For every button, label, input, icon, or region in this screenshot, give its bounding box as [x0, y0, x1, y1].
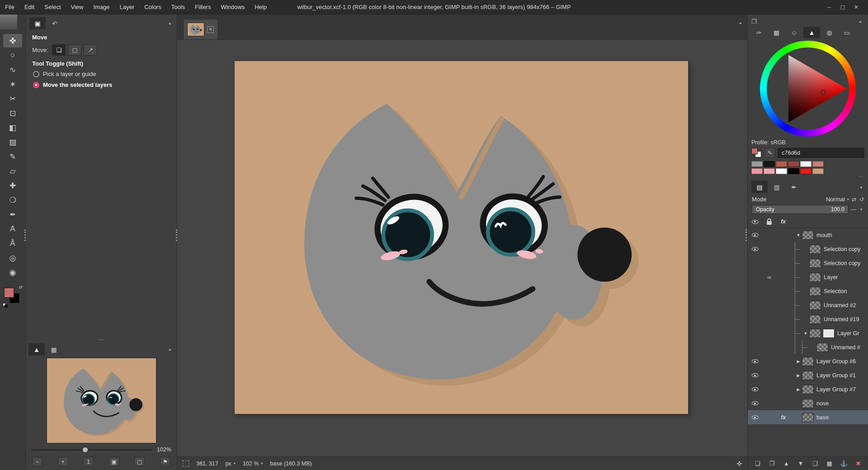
unit-dropdown[interactable]: px▾	[226, 461, 236, 467]
menu-tools[interactable]: Tools	[166, 0, 190, 14]
layer-row-mouth[interactable]: ▼mouth	[748, 228, 868, 242]
menu-windows[interactable]: Windows	[216, 0, 250, 14]
opacity-increase-icon[interactable]: +	[859, 206, 864, 213]
layer-row-unnamed-2[interactable]: Unnamed #2	[748, 298, 868, 312]
layer-visibility-toggle[interactable]	[752, 415, 759, 419]
image-tab[interactable]: ✕	[183, 19, 218, 39]
menu-filters[interactable]: Filters	[190, 0, 216, 14]
move-layer-button[interactable]: ❏	[52, 44, 66, 56]
mode-switch-icon[interactable]: ⇄	[852, 196, 856, 203]
layer-row-base[interactable]: fxbase	[748, 410, 868, 424]
tool-color-picker[interactable]: ◉	[3, 266, 22, 279]
paths-tab[interactable]: ✒	[786, 181, 802, 193]
layer-expander[interactable]: ▶	[795, 359, 802, 364]
layer-visibility-toggle[interactable]	[752, 233, 759, 237]
tool-move[interactable]: ✜	[3, 34, 22, 47]
tool-paintbrush[interactable]: ✎	[3, 150, 22, 163]
close-button[interactable]: ✕	[851, 4, 862, 10]
palette-swatch-1-5[interactable]	[812, 168, 824, 174]
tool-eraser[interactable]: ▱	[3, 164, 22, 178]
hsv-triangle[interactable]	[760, 41, 856, 137]
mini-fg-bg-swatch[interactable]	[751, 148, 762, 158]
palette-swatch-0-0[interactable]	[751, 161, 763, 167]
tool-text[interactable]: A	[3, 222, 22, 236]
duplicate-layer-button[interactable]: ❑	[809, 459, 821, 469]
panel-drag-handle[interactable]: ⋯	[26, 337, 177, 342]
panel-resize-grip[interactable]	[745, 229, 747, 241]
layer-visibility-toggle[interactable]	[752, 401, 759, 405]
quick-mask-toggle[interactable]	[183, 461, 189, 467]
layer-visibility-toggle[interactable]	[752, 373, 759, 377]
layer-row-unnamed[interactable]: Unnamed #	[748, 340, 868, 354]
panel-resize-grip[interactable]	[24, 229, 26, 241]
layer-visibility-toggle[interactable]	[752, 387, 759, 391]
undo-history-tab[interactable]: ↶	[47, 17, 63, 29]
tool-options-tab[interactable]: ▣	[29, 17, 46, 29]
tool-heal[interactable]: ✚	[3, 179, 22, 192]
layer-visibility-toggle[interactable]	[752, 359, 759, 363]
tool-paths[interactable]: ✒	[3, 208, 22, 221]
panel-drag-handle[interactable]: ⋯	[748, 174, 868, 179]
menu-file[interactable]: File	[0, 0, 19, 14]
lock-header-icon[interactable]	[767, 221, 772, 225]
tool-zoom[interactable]: ◎	[3, 251, 22, 265]
corner-menu-icon[interactable]: ◂	[856, 183, 865, 192]
layer-row-selection-copy[interactable]: Selection copy	[748, 242, 868, 256]
layer-expander[interactable]: ▶	[795, 387, 802, 392]
raise-layer-button[interactable]: ▲	[781, 459, 792, 469]
layer-visibility-toggle[interactable]	[752, 247, 759, 251]
tab-close-icon[interactable]: ✕	[207, 26, 214, 33]
zoom-dropdown[interactable]: 102 %▾	[243, 461, 263, 467]
patterns-tab[interactable]: ▦	[768, 27, 785, 38]
layer-row-selection-copy[interactable]: Selection copy	[748, 256, 868, 270]
opacity-decrease-icon[interactable]: —	[851, 206, 856, 213]
palette-swatch-0-2[interactable]	[776, 161, 787, 167]
grid-tab[interactable]: ▦	[46, 343, 62, 356]
tool-bucket-fill[interactable]: ◧	[3, 121, 22, 134]
tool-crop[interactable]: ✂	[3, 92, 22, 105]
move-path-button[interactable]: ↗	[84, 44, 97, 56]
layer-row-layer[interactable]: ∞Layer	[748, 270, 868, 284]
menu-image[interactable]: Image	[88, 0, 114, 14]
palette-swatch-1-4[interactable]	[800, 168, 811, 174]
zoom-slider-handle[interactable]	[82, 447, 88, 453]
palette-swatch-0-5[interactable]	[812, 161, 824, 167]
layer-expander[interactable]: ▼	[795, 233, 802, 237]
zoom-in-button[interactable]: +	[58, 457, 68, 466]
tool-smudge[interactable]: ❍	[3, 193, 22, 207]
default-colors-icon[interactable]	[3, 303, 8, 308]
layer-row-nose[interactable]: nose	[748, 396, 868, 410]
anchor-layer-button[interactable]: ⚓	[838, 459, 849, 469]
visibility-header-icon[interactable]	[752, 220, 759, 224]
palette-swatch-0-1[interactable]	[764, 161, 775, 167]
edit-color-icon[interactable]: ✎	[764, 148, 775, 158]
tool-free-select[interactable]: ∿	[3, 63, 22, 76]
fit-window-to-image-button[interactable]: ▢	[134, 457, 145, 466]
brushes-tab[interactable]: ✑	[750, 27, 767, 38]
zoom-out-button[interactable]: −	[32, 457, 42, 466]
add-layer-mask-button[interactable]: ▩	[824, 459, 835, 469]
layer-row-layer-group-6[interactable]: ▶Layer Group #6	[748, 354, 868, 368]
radio-pick-layer[interactable]: Pick a layer or guide	[33, 71, 170, 77]
move-selection-button[interactable]: ▢	[68, 44, 81, 56]
opacity-slider[interactable]: Opacity 100.0	[752, 205, 849, 214]
tool-fuzzy-select[interactable]: ✶	[3, 77, 22, 91]
gradients-tab[interactable]: ◍	[821, 27, 838, 38]
corner-menu-icon[interactable]: ◂	[855, 17, 864, 26]
layer-expander[interactable]: ▶	[795, 373, 802, 378]
layers-tab[interactable]: ▤	[751, 181, 768, 193]
layer-row-layer-group-1[interactable]: ▶Layer Group #1	[748, 368, 868, 382]
layer-row-layer-group-7[interactable]: ▶Layer Group #7	[748, 382, 868, 396]
tool-unified-transform[interactable]: ⊡	[3, 106, 22, 120]
mode-reset-icon[interactable]: ↺	[859, 196, 864, 203]
pointer-tab[interactable]: ▲	[28, 343, 45, 356]
effects-header-icon[interactable]: fx	[776, 218, 790, 225]
palette-swatch-0-3[interactable]	[788, 161, 799, 167]
zoom-1-1-button[interactable]: 1	[83, 457, 94, 466]
screens-tab[interactable]: ▭	[839, 27, 855, 38]
mode-dropdown[interactable]: Normal ▾	[826, 196, 849, 203]
layer-row-layer-gr[interactable]: ▼Layer Gr	[748, 326, 868, 340]
palette-swatch-1-1[interactable]	[764, 168, 775, 174]
canvas-viewport[interactable]	[177, 40, 747, 456]
dock-menu-icon[interactable]: ❐	[751, 18, 757, 25]
